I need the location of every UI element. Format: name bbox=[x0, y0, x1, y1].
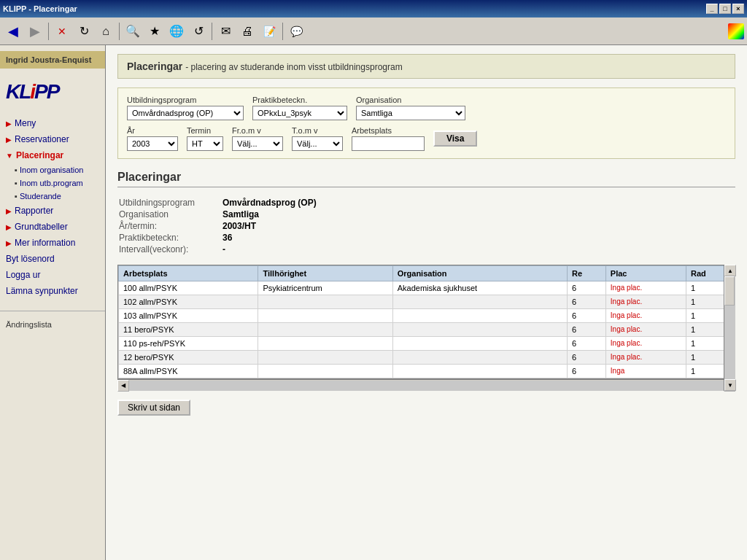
organisation-select[interactable]: Samtliga bbox=[356, 106, 465, 120]
sidebar-item-grundtabeller[interactable]: ▶ Grundtabeller bbox=[0, 219, 105, 235]
info-row-organisation: Organisation Samtliga bbox=[119, 209, 317, 219]
cell-re: 6 bbox=[567, 365, 605, 378]
toolbar-sep-3 bbox=[212, 23, 212, 40]
sidebar-item-placeringar[interactable]: ▼ Placeringar bbox=[0, 147, 105, 163]
edit-button[interactable]: 📝 bbox=[259, 21, 279, 42]
messenger-button[interactable]: 💬 bbox=[286, 21, 306, 42]
sidebar-sub-studerande[interactable]: Studerande bbox=[0, 190, 105, 203]
horizontal-scrollbar[interactable]: ◀ ▶ bbox=[117, 379, 735, 391]
history-button[interactable]: ↺ bbox=[188, 21, 209, 42]
home-button[interactable]: ⌂ bbox=[96, 21, 116, 42]
cell-plac: Inga plac. bbox=[605, 295, 686, 309]
cell-arbetsplats: 102 allm/PSYK bbox=[119, 295, 258, 309]
sidebar-item-meny[interactable]: ▶ Meny bbox=[0, 115, 105, 131]
refresh-button[interactable]: ↻ bbox=[74, 21, 94, 42]
cell-plac: Inga plac. bbox=[605, 351, 686, 365]
sidebar-item-rapporter[interactable]: ▶ Rapporter bbox=[0, 203, 105, 219]
close-button[interactable]: × bbox=[732, 4, 744, 14]
sidebar-sub-inom-organisation[interactable]: Inom organisation bbox=[0, 163, 105, 176]
scroll-track-v[interactable] bbox=[724, 276, 735, 379]
utbildningsprogram-select[interactable]: Omvårdnadsprog (OP) bbox=[127, 106, 244, 120]
klipp-logo-text: KLiPP bbox=[6, 80, 99, 104]
scroll-thumb-v[interactable] bbox=[724, 276, 735, 306]
back-button[interactable]: ◀ bbox=[3, 21, 23, 42]
cell-organisation bbox=[392, 323, 567, 337]
table-row[interactable]: 110 ps-reh/PSYK 6 Inga plac. 1 bbox=[119, 337, 735, 351]
organisation-info-label: Organisation bbox=[119, 209, 221, 219]
cell-tillhorighet: Psykiatricentrum bbox=[258, 281, 392, 295]
visa-button[interactable]: Visa bbox=[433, 131, 477, 147]
scroll-up-button[interactable]: ▲ bbox=[724, 265, 736, 276]
table-row[interactable]: 102 allm/PSYK 6 Inga plac. 1 bbox=[119, 295, 735, 309]
praktikbeteckning-select[interactable]: OPkxLu_3psyk bbox=[252, 106, 347, 120]
tomv-select[interactable]: Välj... bbox=[292, 136, 343, 151]
sidebar-item-lamna-synpunkter[interactable]: Lämna synpunkter bbox=[0, 283, 105, 299]
scroll-track-h[interactable] bbox=[129, 381, 724, 391]
table-row[interactable]: 103 allm/PSYK 6 Inga plac. 1 bbox=[119, 309, 735, 323]
toolbar-sep-1 bbox=[48, 23, 49, 40]
fromv-group: Fr.o.m v Välj... bbox=[232, 126, 283, 151]
cell-organisation bbox=[392, 337, 567, 351]
sidebar-item-byt-losenord[interactable]: Byt lösenord bbox=[0, 251, 105, 267]
cell-arbetsplats: 110 ps-reh/PSYK bbox=[119, 337, 258, 351]
forward-button[interactable]: ▶ bbox=[25, 21, 45, 42]
cell-arbetsplats: 88A allm/PSYK bbox=[119, 365, 258, 378]
info-row-utbildningsprogram: Utbildningsprogram Omvårdnadsprog (OP) bbox=[119, 198, 317, 208]
scroll-left-button[interactable]: ◀ bbox=[117, 380, 129, 392]
sidebar-item-logga-ur[interactable]: Logga ur bbox=[0, 267, 105, 283]
artermin-info-label: År/termin: bbox=[119, 221, 221, 231]
ar-group: År 2003 bbox=[127, 126, 178, 151]
media-button[interactable]: 🌐 bbox=[166, 21, 187, 42]
sidebar-sub-inom-utb[interactable]: Inom utb.program bbox=[0, 176, 105, 190]
table-row[interactable]: 11 bero/PSYK 6 Inga plac. 1 bbox=[119, 323, 735, 337]
vertical-scrollbar[interactable]: ▲ ▼ bbox=[724, 265, 735, 391]
utbildningsprogram-group: Utbildningsprogram Omvårdnadsprog (OP) bbox=[127, 96, 244, 120]
cell-organisation bbox=[392, 351, 567, 365]
title-bar: KLIPP - Placeringar _ □ × bbox=[0, 0, 747, 18]
cell-re: 6 bbox=[567, 323, 605, 337]
sidebar-item-mer-information[interactable]: ▶ Mer information bbox=[0, 235, 105, 251]
cell-re: 6 bbox=[567, 281, 605, 295]
filter-row-1: Utbildningsprogram Omvårdnadsprog (OP) P… bbox=[127, 96, 726, 120]
rapporter-label: Rapporter bbox=[15, 206, 53, 216]
print-toolbar-button[interactable]: 🖨 bbox=[237, 21, 258, 42]
sidebar-item-reservationer[interactable]: ▶ Reservationer bbox=[0, 131, 105, 147]
table-row[interactable]: 100 allm/PSYK Psykiatricentrum Akademisk… bbox=[119, 281, 735, 295]
filter-row-2: År 2003 Termin HT Fr.o.m v bbox=[127, 126, 726, 151]
scroll-down-button[interactable]: ▼ bbox=[724, 379, 736, 391]
fromv-select[interactable]: Välj... bbox=[232, 136, 283, 151]
termin-select[interactable]: HT bbox=[187, 136, 223, 151]
ar-select[interactable]: 2003 bbox=[127, 136, 178, 151]
meny-arrow-icon: ▶ bbox=[6, 120, 12, 128]
cell-plac: Inga bbox=[605, 365, 686, 378]
mail-button[interactable]: ✉ bbox=[215, 21, 236, 42]
cell-arbetsplats: 100 allm/PSYK bbox=[119, 281, 258, 295]
termin-label: Termin bbox=[187, 126, 223, 135]
search-button[interactable]: 🔍 bbox=[123, 21, 143, 42]
browser-toolbar: ◀ ▶ ✕ ↻ ⌂ 🔍 ★ 🌐 ↺ ✉ 🖨 📝 💬 bbox=[0, 18, 747, 45]
stop-button[interactable]: ✕ bbox=[52, 21, 72, 42]
print-page-button[interactable]: Skriv ut sidan bbox=[117, 400, 190, 416]
data-table-container: Arbetsplats Tillhörighet Organisation Re… bbox=[117, 265, 735, 379]
col-arbetsplats: Arbetsplats bbox=[119, 266, 258, 281]
table-row[interactable]: 12 bero/PSYK 6 Inga plac. 1 bbox=[119, 351, 735, 365]
arbetsplats-input[interactable] bbox=[352, 136, 425, 151]
toolbar-sep-2 bbox=[119, 23, 120, 40]
table-row[interactable]: 88A allm/PSYK 6 Inga 1 bbox=[119, 365, 735, 378]
klipp-logo: KLiPP bbox=[0, 74, 105, 109]
results-title: Placeringar bbox=[117, 171, 735, 187]
intervall-info-label: Intervall(veckonr): bbox=[119, 244, 221, 254]
window-controls[interactable]: _ □ × bbox=[706, 4, 744, 14]
cell-plac: Inga plac. bbox=[605, 323, 686, 337]
cell-plac: Inga plac. bbox=[605, 309, 686, 323]
maximize-button[interactable]: □ bbox=[719, 4, 731, 14]
favorites-button[interactable]: ★ bbox=[144, 21, 165, 42]
arbetsplats-group: Arbetsplats bbox=[352, 126, 425, 151]
organisation-info-value: Samtliga bbox=[222, 209, 317, 219]
filter-form: Utbildningsprogram Omvårdnadsprog (OP) P… bbox=[117, 88, 735, 159]
artermin-info-value: 2003/HT bbox=[222, 221, 317, 231]
minimize-button[interactable]: _ bbox=[706, 4, 718, 14]
rapporter-arrow-icon: ▶ bbox=[6, 207, 12, 215]
grundtabeller-arrow-icon: ▶ bbox=[6, 223, 12, 231]
andringslista-label: Ändringslista bbox=[0, 317, 105, 332]
